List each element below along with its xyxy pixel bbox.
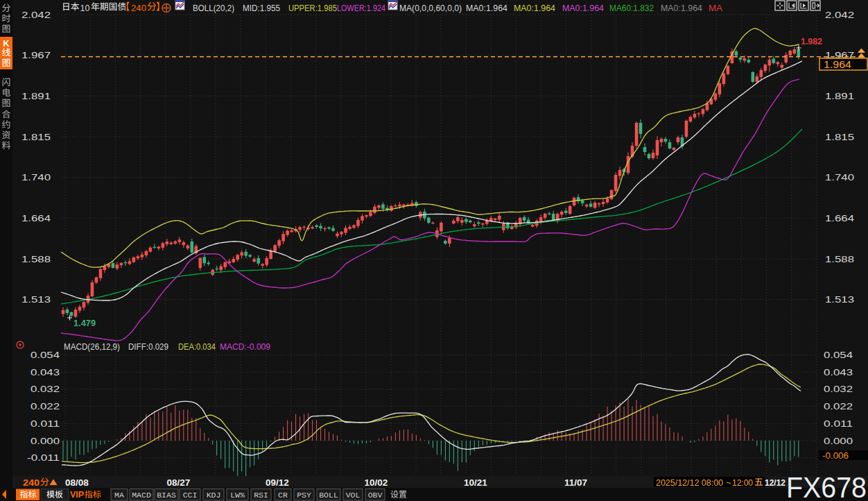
svg-text:0.054: 0.054 xyxy=(824,350,853,360)
svg-text:-0.006: -0.006 xyxy=(822,450,849,461)
svg-text:MA60:1.832: MA60:1.832 xyxy=(609,3,654,13)
svg-text:UPPER:1.985: UPPER:1.985 xyxy=(288,3,337,13)
svg-text:2025/12/12 08:00: 2025/12/12 08:00 xyxy=(656,477,723,488)
svg-text:PSY: PSY xyxy=(297,491,311,500)
svg-text:1.891: 1.891 xyxy=(825,91,854,101)
svg-text:0.000: 0.000 xyxy=(31,436,60,446)
svg-text:1.664: 1.664 xyxy=(21,213,51,223)
svg-text:10/21: 10/21 xyxy=(464,477,487,488)
svg-text:MA0:1.964: MA0:1.964 xyxy=(514,3,555,13)
svg-text:12/12: 12/12 xyxy=(765,477,785,488)
svg-text:0.011: 0.011 xyxy=(31,418,60,429)
svg-text:240: 240 xyxy=(23,477,40,488)
svg-text:MACD:-0.009: MACD:-0.009 xyxy=(220,342,270,352)
svg-text:MACD: MACD xyxy=(132,491,151,500)
svg-text:DEA:0.034: DEA:0.034 xyxy=(178,342,216,352)
svg-text:MA0:1.964: MA0:1.964 xyxy=(661,3,702,13)
svg-text:1.513: 1.513 xyxy=(825,294,854,305)
svg-text:0.043: 0.043 xyxy=(31,367,60,377)
svg-text:0.032: 0.032 xyxy=(31,384,60,394)
svg-text:1.740: 1.740 xyxy=(825,172,854,182)
svg-text:1.740: 1.740 xyxy=(21,172,51,182)
svg-text:KDJ: KDJ xyxy=(207,491,221,500)
svg-text:MID:1.955: MID:1.955 xyxy=(243,3,280,13)
svg-text:LOWER:1.924: LOWER:1.924 xyxy=(337,3,385,13)
svg-text:0.022: 0.022 xyxy=(31,401,60,411)
svg-text:MA0:1.964: MA0:1.964 xyxy=(466,3,507,13)
svg-text:DIFF:0.029: DIFF:0.029 xyxy=(128,342,168,352)
svg-text:240: 240 xyxy=(131,3,146,13)
svg-text:K: K xyxy=(3,38,10,49)
svg-text:1.964: 1.964 xyxy=(824,59,851,70)
svg-text:08/27: 08/27 xyxy=(167,477,191,488)
svg-text:09/12: 09/12 xyxy=(266,477,289,488)
svg-text:BOLL: BOLL xyxy=(319,491,338,500)
svg-text:10/02: 10/02 xyxy=(365,477,388,488)
svg-text:BIAS: BIAS xyxy=(157,491,176,500)
svg-text:VOL: VOL xyxy=(346,491,361,500)
svg-text:0.011: 0.011 xyxy=(824,418,853,429)
svg-text:0.032: 0.032 xyxy=(824,384,853,394)
svg-text:1.664: 1.664 xyxy=(825,213,855,223)
svg-text:1.479: 1.479 xyxy=(73,318,96,328)
svg-text:1.891: 1.891 xyxy=(21,91,51,101)
svg-text:08/08: 08/08 xyxy=(65,477,89,488)
svg-text:MA: MA xyxy=(114,491,124,500)
svg-text:0.000: 0.000 xyxy=(824,436,853,446)
svg-text:1.513: 1.513 xyxy=(21,294,51,305)
svg-text:CR: CR xyxy=(278,491,288,500)
svg-text:0.022: 0.022 xyxy=(824,401,853,411)
svg-text:~: ~ xyxy=(726,477,731,488)
svg-text:LW%: LW% xyxy=(230,491,245,500)
svg-text:CCI: CCI xyxy=(183,491,198,500)
svg-text:-0.011: -0.011 xyxy=(27,452,60,463)
svg-text:FX678: FX678 xyxy=(786,471,867,501)
svg-text:1.588: 1.588 xyxy=(825,254,854,264)
svg-text:11/07: 11/07 xyxy=(564,477,587,488)
svg-text:12:00: 12:00 xyxy=(732,477,753,488)
svg-text:MA: MA xyxy=(709,3,723,13)
svg-text:MA0:1.964: MA0:1.964 xyxy=(562,3,604,13)
svg-text:0.054: 0.054 xyxy=(31,350,60,360)
svg-text:2.042: 2.042 xyxy=(825,10,854,20)
svg-text:2.042: 2.042 xyxy=(21,10,51,20)
svg-text:MA(0,0,0,60,0,0): MA(0,0,0,60,0,0) xyxy=(399,3,462,13)
svg-text:10: 10 xyxy=(80,3,90,13)
svg-text:RSI: RSI xyxy=(254,491,268,500)
svg-text:1.982: 1.982 xyxy=(801,36,822,46)
svg-text:1.967: 1.967 xyxy=(21,50,51,60)
svg-text:1.815: 1.815 xyxy=(21,132,51,142)
svg-text:BOLL(20,2): BOLL(20,2) xyxy=(193,3,234,13)
svg-text:OBV: OBV xyxy=(368,491,383,500)
svg-text:1.588: 1.588 xyxy=(21,254,51,264)
svg-text:0.043: 0.043 xyxy=(824,367,853,377)
svg-text:MACD(26,12,9): MACD(26,12,9) xyxy=(64,342,120,352)
svg-text:VIP: VIP xyxy=(70,490,84,500)
svg-text:1.815: 1.815 xyxy=(825,132,854,142)
